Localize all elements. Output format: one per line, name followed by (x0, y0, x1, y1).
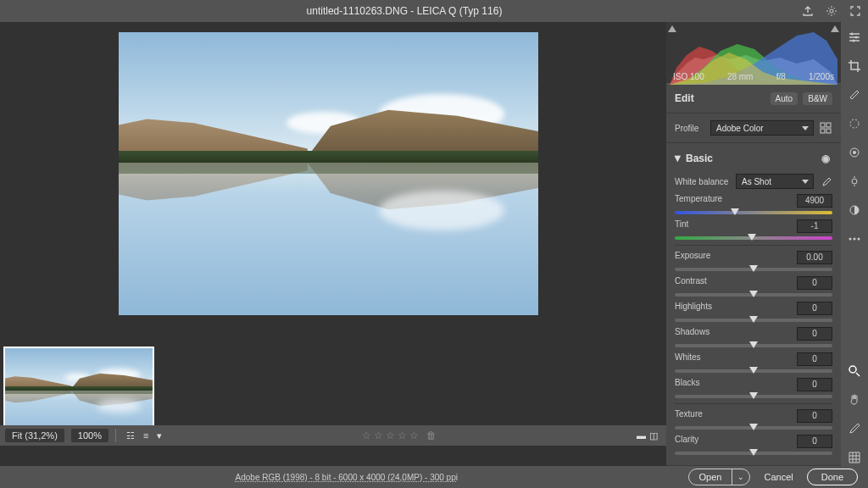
clarity-label: Clarity (675, 435, 698, 448)
texture-slider[interactable]: Texture0 (675, 409, 832, 430)
shadows-slider[interactable]: Shadows0 (675, 327, 832, 347)
exposure-slider[interactable]: Exposure0.00 (675, 251, 832, 271)
whites-slider[interactable]: Whites0 (675, 352, 832, 373)
open-button[interactable]: Open⌄ (688, 469, 751, 485)
svg-point-6 (855, 36, 858, 39)
temperature-value[interactable]: 4900 (797, 194, 832, 208)
highlights-label: Highlights (675, 302, 712, 315)
svg-point-13 (849, 238, 852, 241)
meta-focal: 28 mm (727, 72, 754, 81)
contrast-value[interactable]: 0 (797, 276, 832, 290)
preview-area (0, 22, 666, 466)
temperature-slider[interactable]: Temperature4900 (675, 194, 832, 214)
funnel-icon[interactable]: ▾ (157, 430, 162, 441)
wb-select[interactable]: As Shot (736, 174, 814, 189)
star-icon[interactable]: ☆ (374, 430, 383, 441)
gear-icon[interactable] (826, 5, 837, 17)
exposure-value[interactable]: 0.00 (797, 251, 832, 264)
blacks-label: Blacks (675, 378, 699, 391)
star-icon[interactable]: ☆ (398, 430, 407, 441)
svg-point-14 (854, 238, 856, 241)
zoom-pct-select[interactable]: 100% (71, 429, 108, 442)
whites-value[interactable]: 0 (797, 352, 832, 366)
svg-point-0 (830, 9, 833, 13)
file-info[interactable]: Adobe RGB (1998) - 8 bit - 6000 x 4000 (… (10, 473, 683, 482)
star-icon[interactable]: ☆ (409, 430, 419, 441)
star-icon[interactable]: ☆ (362, 430, 371, 441)
hand-tool-icon[interactable] (846, 391, 863, 408)
svg-rect-4 (826, 129, 831, 133)
shadows-value[interactable]: 0 (797, 327, 832, 341)
rating-stars[interactable]: ☆ ☆ ☆ ☆ ☆ 🗑 (362, 430, 437, 441)
export-icon[interactable] (802, 5, 814, 17)
eyedropper-icon[interactable] (819, 175, 832, 188)
compare-view-icon[interactable]: ◫ (649, 430, 658, 441)
whites-label: Whites (675, 352, 701, 366)
svg-point-10 (853, 151, 856, 154)
window-title: untitled-1110263.DNG - LEICA Q (Typ 116) (7, 5, 802, 17)
blacks-slider[interactable]: Blacks0 (675, 378, 832, 398)
contrast-slider[interactable]: Contrast0 (675, 276, 832, 297)
visibility-toggle-icon[interactable]: ◉ (819, 152, 832, 165)
exposure-label: Exposure (675, 251, 710, 264)
auto-button[interactable]: Auto (771, 92, 798, 105)
footer-bar: Adobe RGB (1998) - 8 bit - 6000 x 4000 (… (0, 466, 868, 488)
sort-icon[interactable]: ☷ (126, 430, 135, 441)
highlights-value[interactable]: 0 (797, 302, 832, 315)
filmstrip-toolbar: Fit (31,2%) 100% ☷ ≡ ▾ ☆ ☆ ☆ ☆ ☆ 🗑 ▬ ◫ (0, 425, 666, 446)
mask-tool-icon[interactable] (846, 115, 863, 132)
main-image-preview[interactable] (119, 32, 538, 315)
adjust-tool-icon[interactable] (846, 173, 863, 190)
shadows-label: Shadows (675, 327, 709, 341)
chevron-down-icon: ⌄ (732, 470, 749, 484)
texture-value[interactable]: 0 (797, 409, 832, 423)
meta-shutter: 1/200s (809, 72, 834, 81)
highlights-slider[interactable]: Highlights0 (675, 302, 832, 322)
sampler-tool-icon[interactable] (846, 420, 863, 437)
temperature-label: Temperature (675, 194, 722, 208)
heal-tool-icon[interactable] (846, 86, 863, 103)
blacks-value[interactable]: 0 (797, 378, 832, 391)
star-icon[interactable]: ☆ (386, 430, 395, 441)
svg-point-5 (851, 33, 854, 36)
done-button[interactable]: Done (807, 469, 858, 485)
fullscreen-toggle-icon[interactable] (849, 5, 861, 17)
meta-aperture: f/8 (776, 72, 786, 81)
svg-point-7 (853, 40, 855, 42)
tint-slider[interactable]: Tint-1 (675, 219, 832, 240)
svg-rect-1 (821, 123, 825, 127)
chevron-down-icon[interactable]: ▶ (674, 156, 682, 162)
filter-icon[interactable]: ≡ (143, 430, 148, 441)
svg-rect-3 (821, 129, 825, 133)
title-bar: untitled-1110263.DNG - LEICA Q (Typ 116) (0, 0, 868, 22)
crop-tool-icon[interactable] (846, 58, 863, 75)
edit-label: Edit (675, 92, 694, 104)
histogram[interactable]: ISO 100 28 mm f/8 1/200s (666, 22, 841, 84)
svg-point-11 (852, 179, 857, 184)
more-tools-icon[interactable] (846, 230, 863, 247)
wb-label: White balance (675, 177, 731, 186)
contrast-label: Contrast (675, 276, 707, 290)
trash-icon[interactable]: 🗑 (426, 430, 437, 441)
texture-label: Texture (675, 409, 703, 423)
zoom-tool-icon[interactable] (846, 363, 863, 380)
tint-value[interactable]: -1 (797, 219, 832, 233)
tint-label: Tint (675, 219, 688, 233)
profile-select[interactable]: Adobe Color (710, 120, 814, 136)
svg-point-8 (850, 119, 859, 128)
edit-tool-icon[interactable] (846, 29, 863, 46)
redeye-tool-icon[interactable] (846, 144, 863, 161)
bw-button[interactable]: B&W (803, 92, 832, 105)
svg-point-15 (858, 238, 860, 241)
cancel-button[interactable]: Cancel (755, 469, 801, 485)
clarity-value[interactable]: 0 (797, 435, 832, 448)
edit-panel: ISO 100 28 mm f/8 1/200s Edit Auto B&W P… (666, 22, 841, 466)
svg-point-16 (849, 366, 856, 373)
meta-iso: ISO 100 (673, 72, 704, 81)
clarity-slider[interactable]: Clarity0 (675, 435, 832, 455)
single-view-icon[interactable]: ▬ (637, 430, 646, 441)
profile-browser-icon[interactable] (819, 121, 832, 135)
grid-tool-icon[interactable] (846, 449, 863, 466)
zoom-fit-select[interactable]: Fit (31,2%) (5, 429, 64, 442)
gradient-tool-icon[interactable] (846, 202, 863, 219)
